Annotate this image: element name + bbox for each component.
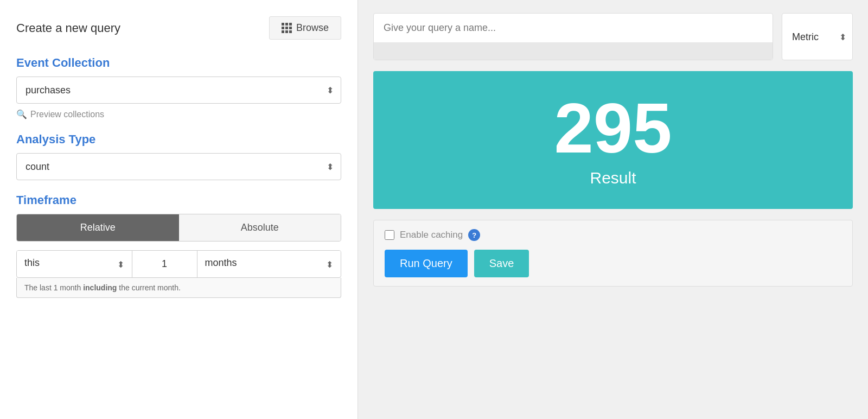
result-display: 295 Result: [373, 71, 853, 209]
event-collection-section: Event Collection purchases clicks pagevi…: [16, 56, 341, 119]
analysis-type-wrapper: count sum average max min count_unique s…: [16, 153, 341, 180]
browse-label: Browse: [296, 22, 329, 34]
save-button[interactable]: Save: [474, 250, 529, 277]
browse-button[interactable]: Browse: [269, 16, 341, 40]
caching-label: Enable caching: [400, 230, 463, 240]
right-panel: Metric Count Sum Average ⬍ 295 Result En…: [358, 0, 868, 419]
query-name-wrapper: [373, 13, 773, 60]
caching-row: Enable caching ?: [385, 229, 841, 241]
help-icon[interactable]: ?: [468, 229, 480, 241]
months-select[interactable]: minutes hours days weeks months years: [197, 251, 341, 275]
analysis-type-section: Analysis Type count sum average max min …: [16, 132, 341, 180]
left-panel: Create a new query Browse Event Collecti…: [0, 0, 358, 419]
preview-label: Preview collections: [30, 110, 104, 119]
event-collection-select[interactable]: purchases clicks pageviews signups: [16, 77, 341, 104]
timeframe-section: Timeframe Relative Absolute this previou…: [16, 193, 341, 298]
event-collection-wrapper: purchases clicks pageviews signups ⬍: [16, 77, 341, 104]
timeframe-hint: The last 1 month including the current m…: [16, 278, 341, 298]
metric-select-wrapper: Metric Count Sum Average ⬍: [782, 13, 853, 60]
page-title: Create a new query: [16, 21, 120, 35]
timeframe-row: this previous ⬍ minutes hours days weeks…: [16, 250, 341, 278]
months-wrapper: minutes hours days weeks months years ⬍: [197, 251, 341, 277]
metric-select[interactable]: Metric Count Sum Average: [782, 13, 853, 60]
timeframe-label: Timeframe: [16, 193, 341, 207]
buttons-row: Run Query Save: [385, 250, 841, 277]
grid-icon: [282, 23, 292, 33]
number-wrapper: [132, 251, 197, 277]
caching-checkbox[interactable]: [385, 230, 394, 240]
absolute-button[interactable]: Absolute: [179, 214, 341, 241]
result-label: Result: [590, 169, 636, 187]
timeframe-toggle: Relative Absolute: [16, 214, 341, 242]
analysis-type-select[interactable]: count sum average max min count_unique s…: [16, 153, 341, 180]
analysis-type-label: Analysis Type: [16, 132, 341, 147]
hint-text: The last 1 month including the current m…: [24, 283, 181, 292]
search-icon: 🔍: [16, 109, 27, 119]
query-header: Metric Count Sum Average ⬍: [373, 13, 853, 60]
query-name-input[interactable]: [374, 14, 773, 42]
this-select[interactable]: this previous: [17, 251, 132, 275]
actions-bar: Enable caching ? Run Query Save: [373, 220, 853, 287]
left-header: Create a new query Browse: [16, 16, 341, 40]
result-number: 295: [554, 93, 672, 163]
preview-collections-link[interactable]: 🔍 Preview collections: [16, 109, 341, 119]
run-query-button[interactable]: Run Query: [385, 250, 468, 277]
hint-bold: including: [83, 283, 117, 292]
event-collection-label: Event Collection: [16, 56, 341, 70]
this-wrapper: this previous ⬍: [17, 251, 132, 277]
relative-button[interactable]: Relative: [17, 214, 179, 241]
query-name-bottom-bar: [374, 42, 773, 60]
number-input[interactable]: [132, 251, 197, 277]
